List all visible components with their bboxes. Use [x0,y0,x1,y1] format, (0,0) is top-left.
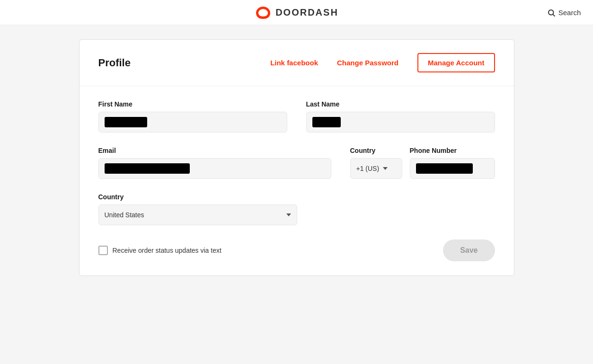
first-name-input[interactable] [98,112,287,133]
country-chevron-icon [286,213,291,216]
phone-redacted [416,163,473,174]
search-icon [547,9,556,17]
profile-title: Profile [98,57,261,69]
search-label: Search [558,9,581,17]
email-phone-row: Email Country Phone Number +1 (US) [98,147,495,179]
link-facebook-button[interactable]: Link facebook [270,59,318,67]
country-group: Country United States [98,193,495,225]
country-label: Country [98,193,495,201]
country-phone-group: Country Phone Number +1 (US) [350,147,495,179]
sms-updates-checkbox[interactable] [98,246,108,255]
email-group: Email [98,147,331,179]
country-row: Country United States [98,193,495,225]
first-name-group: First Name [98,100,287,133]
search-button[interactable]: Search [535,0,593,25]
save-button[interactable]: Save [443,240,495,261]
svg-line-1 [553,14,555,16]
first-name-label: First Name [98,100,287,108]
first-name-redacted [105,117,147,127]
sms-updates-text: Receive order status updates via text [113,247,221,254]
email-input[interactable] [98,158,331,179]
profile-header: Profile Link facebook Change Password Ma… [80,40,514,86]
profile-card: Profile Link facebook Change Password Ma… [79,39,514,276]
country-code-chevron-icon [383,167,388,170]
main-content: Profile Link facebook Change Password Ma… [70,39,524,276]
last-name-input[interactable] [306,112,495,133]
country-phone-inputs: +1 (US) [350,158,495,179]
name-row: First Name Last Name [98,100,495,133]
sms-updates-label[interactable]: Receive order status updates via text [98,246,221,255]
doordash-logo-icon [255,6,272,19]
change-password-button[interactable]: Change Password [337,59,398,67]
email-redacted [105,163,190,174]
logo-text: DOORDASH [275,7,338,18]
email-label: Email [98,147,331,154]
profile-nav: Link facebook Change Password Manage Acc… [270,53,495,72]
country-code-value: +1 (US) [356,165,380,172]
checkbox-save-row: Receive order status updates via text Sa… [98,240,495,261]
country-code-label: Country [350,147,402,154]
header: DOORDASH Search [0,0,593,25]
phone-label: Phone Number [410,147,457,154]
manage-account-button[interactable]: Manage Account [417,53,495,72]
country-code-select[interactable]: +1 (US) [350,158,402,179]
logo: DOORDASH [255,6,338,19]
phone-input[interactable] [410,158,495,179]
last-name-group: Last Name [306,100,495,133]
svg-point-0 [549,10,554,15]
last-name-redacted [312,117,341,127]
last-name-label: Last Name [306,100,495,108]
profile-form: First Name Last Name Email [80,86,514,275]
country-value: United States [105,211,144,219]
country-phone-labels: Country Phone Number [350,147,495,154]
country-select[interactable]: United States [98,204,297,225]
